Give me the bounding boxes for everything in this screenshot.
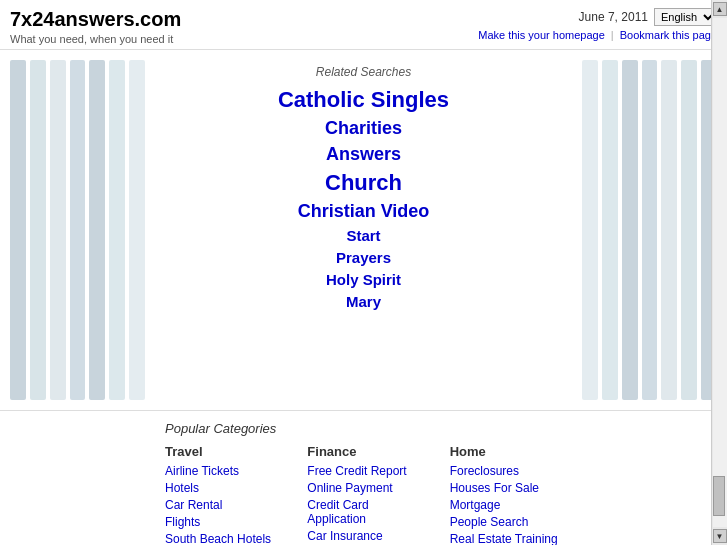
category-link-online-payment[interactable]: Online Payment (307, 481, 429, 495)
bar-4 (70, 60, 86, 400)
scroll-thumb[interactable] (713, 476, 725, 516)
category-link-flights[interactable]: Flights (165, 515, 287, 529)
scroll-down-button[interactable]: ▼ (713, 529, 727, 543)
search-links-container: Catholic SinglesCharitiesAnswersChurchCh… (165, 87, 562, 310)
scrollbar[interactable]: ▲ ▼ (711, 0, 727, 545)
scroll-up-button[interactable]: ▲ (713, 2, 727, 16)
search-link-holy-spirit[interactable]: Holy Spirit (165, 271, 562, 288)
category-link-credit-card-application[interactable]: Credit Card Application (307, 498, 429, 526)
rbar-2 (602, 60, 618, 400)
search-link-christian-video[interactable]: Christian Video (165, 201, 562, 222)
right-bars (572, 50, 727, 410)
scroll-track[interactable] (713, 18, 727, 527)
category-link-car-insurance[interactable]: Car Insurance (307, 529, 429, 543)
category-link-hotels[interactable]: Hotels (165, 481, 287, 495)
bar-3 (50, 60, 66, 400)
site-tagline: What you need, when you need it (10, 33, 181, 45)
search-link-answers[interactable]: Answers (165, 144, 562, 165)
search-link-charities[interactable]: Charities (165, 118, 562, 139)
bar-2 (30, 60, 46, 400)
rbar-3 (622, 60, 638, 400)
category-link-airline-tickets[interactable]: Airline Tickets (165, 464, 287, 478)
header-date: June 7, 2011 (579, 10, 648, 24)
category-link-car-rental[interactable]: Car Rental (165, 498, 287, 512)
header-right: June 7, 2011 English Make this your home… (478, 8, 717, 41)
category-link-free-credit-report[interactable]: Free Credit Report (307, 464, 429, 478)
rbar-1 (582, 60, 598, 400)
date-row: June 7, 2011 English (478, 8, 717, 26)
category-link-mortgage[interactable]: Mortgage (450, 498, 572, 512)
link-divider: | (611, 29, 614, 41)
bar-7 (129, 60, 145, 400)
category-header-travel: Travel (165, 444, 287, 459)
category-header-home: Home (450, 444, 572, 459)
language-select[interactable]: English (654, 8, 717, 26)
header-links: Make this your homepage | Bookmark this … (478, 29, 717, 41)
category-header-finance: Finance (307, 444, 429, 459)
category-link-people-search[interactable]: People Search (450, 515, 572, 529)
main-content: Related Searches Catholic SinglesChariti… (0, 50, 727, 410)
left-bars (0, 50, 155, 410)
search-link-church[interactable]: Church (165, 170, 562, 196)
category-link-south-beach-hotels[interactable]: South Beach Hotels (165, 532, 287, 545)
popular-title: Popular Categories (165, 421, 572, 436)
category-link-real-estate-training[interactable]: Real Estate Training (450, 532, 572, 545)
site-info: 7x24answers.com What you need, when you … (10, 8, 181, 45)
category-col-home: HomeForeclosuresHouses For SaleMortgageP… (450, 444, 572, 545)
header: 7x24answers.com What you need, when you … (0, 0, 727, 50)
category-col-finance: FinanceFree Credit ReportOnline PaymentC… (307, 444, 429, 545)
rbar-5 (661, 60, 677, 400)
category-col-travel: TravelAirline TicketsHotelsCar RentalFli… (165, 444, 287, 545)
categories-grid: TravelAirline TicketsHotelsCar RentalFli… (165, 444, 572, 545)
search-link-mary[interactable]: Mary (165, 293, 562, 310)
bar-5 (89, 60, 105, 400)
search-link-catholic-singles[interactable]: Catholic Singles (165, 87, 562, 113)
related-searches-label: Related Searches (165, 65, 562, 79)
popular-categories: Popular Categories TravelAirline Tickets… (0, 410, 727, 545)
category-link-foreclosures[interactable]: Foreclosures (450, 464, 572, 478)
search-results: Related Searches Catholic SinglesChariti… (155, 50, 572, 410)
rbar-4 (642, 60, 658, 400)
bar-1 (10, 60, 26, 400)
homepage-link[interactable]: Make this your homepage (478, 29, 605, 41)
rbar-6 (681, 60, 697, 400)
site-title: 7x24answers.com (10, 8, 181, 31)
bar-6 (109, 60, 125, 400)
category-link-houses-for-sale[interactable]: Houses For Sale (450, 481, 572, 495)
bookmark-link[interactable]: Bookmark this page (620, 29, 717, 41)
search-link-start[interactable]: Start (165, 227, 562, 244)
search-link-prayers[interactable]: Prayers (165, 249, 562, 266)
